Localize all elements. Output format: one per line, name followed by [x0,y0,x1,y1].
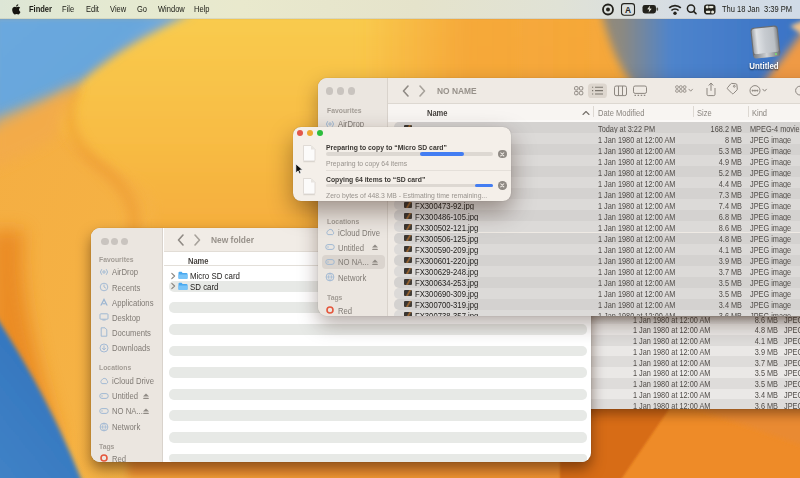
svg-text:A: A [625,5,631,15]
